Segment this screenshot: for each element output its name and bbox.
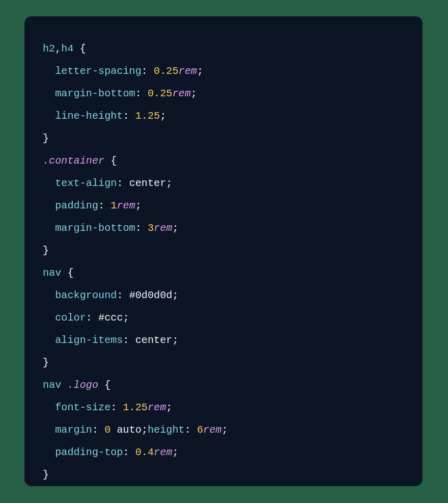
property-token: padding-top xyxy=(55,446,123,458)
property-token: height xyxy=(148,424,185,436)
property-token: letter-spacing xyxy=(55,65,142,77)
colon-token: : xyxy=(110,402,117,413)
semicolon-token: ; xyxy=(221,424,228,436)
semicolon-token: ; xyxy=(172,334,178,346)
colon-token: : xyxy=(92,424,98,436)
code-line: } xyxy=(43,357,49,368)
code-line: margin-bottom: 3rem; xyxy=(43,222,179,234)
property-token: text-align xyxy=(55,177,117,189)
code-block-card: h2,h4 { letter-spacing: 0.25rem; margin-… xyxy=(24,16,423,486)
value-token: #0d0d0d xyxy=(129,289,173,301)
unit-token: rem xyxy=(154,222,172,234)
property-token: align-items xyxy=(55,334,123,346)
property-token: padding xyxy=(55,200,98,211)
brace-open-token: { xyxy=(104,379,110,391)
semicolon-token: ; xyxy=(191,88,197,99)
property-token: margin-bottom xyxy=(55,222,135,234)
code-line: } xyxy=(43,245,49,256)
semicolon-token: ; xyxy=(135,200,142,211)
code-line: align-items: center; xyxy=(43,334,179,346)
code-line: text-align: center; xyxy=(43,177,172,189)
colon-token: : xyxy=(135,222,142,234)
code-line: padding: 1rem; xyxy=(43,200,142,211)
code-line: h2,h4 { xyxy=(43,43,86,55)
value-token: auto xyxy=(117,424,141,436)
unit-token: rem xyxy=(172,88,190,99)
value-token: #ccc xyxy=(98,312,123,324)
code-line: color: #ccc; xyxy=(43,312,129,324)
unit-token: rem xyxy=(117,200,135,211)
colon-token: : xyxy=(123,334,129,346)
colon-token: : xyxy=(117,177,123,189)
colon-token: : xyxy=(142,65,148,77)
number-token: 6 xyxy=(197,424,203,436)
brace-open-token: { xyxy=(110,155,117,167)
property-token: background xyxy=(55,289,117,301)
code-line: letter-spacing: 0.25rem; xyxy=(43,65,203,77)
code-line: line-height: 1.25; xyxy=(43,110,166,122)
semicolon-token: ; xyxy=(172,289,178,301)
unit-token: rem xyxy=(148,402,166,413)
brace-close-token: } xyxy=(43,245,49,256)
unit-token: rem xyxy=(203,424,221,436)
semicolon-token: ; xyxy=(166,177,172,189)
class-selector-token: .container xyxy=(43,155,104,167)
brace-open-token: { xyxy=(67,267,73,279)
property-token: margin-bottom xyxy=(55,88,135,99)
property-token: font-size xyxy=(55,402,110,413)
brace-close-token: } xyxy=(43,469,49,481)
number-token: 0.4 xyxy=(135,446,154,458)
code-line: margin: 0 auto;height: 6rem; xyxy=(43,424,228,436)
semicolon-token: ; xyxy=(166,402,172,413)
number-token: 1.25 xyxy=(123,402,148,413)
colon-token: : xyxy=(123,110,129,122)
number-token: 0 xyxy=(104,424,110,436)
code-line: padding-top: 0.4rem; xyxy=(43,446,179,458)
brace-open-token: { xyxy=(80,43,86,55)
colon-token: : xyxy=(86,312,92,324)
semicolon-token: ; xyxy=(197,65,203,77)
semicolon-token: ; xyxy=(160,110,166,122)
code-line: .container { xyxy=(43,155,117,167)
unit-token: rem xyxy=(154,446,172,458)
number-token: 3 xyxy=(148,222,154,234)
code-line: } xyxy=(43,133,49,144)
unit-token: rem xyxy=(179,65,197,77)
number-token: 1.25 xyxy=(135,110,160,122)
selector-token: nav xyxy=(43,267,61,279)
value-token: center xyxy=(135,334,173,346)
code-line: nav .logo { xyxy=(43,379,110,391)
semicolon-token: ; xyxy=(123,312,129,324)
colon-token: : xyxy=(123,446,129,458)
property-token: line-height xyxy=(55,110,123,122)
number-token: 1 xyxy=(110,200,117,211)
brace-close-token: } xyxy=(43,357,49,368)
selector-token: nav xyxy=(43,379,61,391)
semicolon-token: ; xyxy=(142,424,148,436)
brace-close-token: } xyxy=(43,133,49,144)
value-token: center xyxy=(129,177,166,189)
number-token: 0.25 xyxy=(154,65,178,77)
selector-token: h4 xyxy=(61,43,73,55)
code-line: margin-bottom: 0.25rem; xyxy=(43,88,197,99)
comma-token: , xyxy=(55,43,61,55)
colon-token: : xyxy=(185,424,191,436)
code-line: background: #0d0d0d; xyxy=(43,289,179,301)
colon-token: : xyxy=(135,88,142,99)
property-token: color xyxy=(55,312,86,324)
selector-token: h2 xyxy=(43,43,55,55)
property-token: margin xyxy=(55,424,92,436)
semicolon-token: ; xyxy=(172,446,178,458)
css-code-block: h2,h4 { letter-spacing: 0.25rem; margin-… xyxy=(43,38,404,486)
number-token: 0.25 xyxy=(148,88,172,99)
semicolon-token: ; xyxy=(172,222,178,234)
colon-token: : xyxy=(117,289,123,301)
code-line: font-size: 1.25rem; xyxy=(43,402,172,413)
code-line: } xyxy=(43,469,49,481)
colon-token: : xyxy=(98,200,104,211)
code-line: nav { xyxy=(43,267,74,279)
class-selector-token: .logo xyxy=(67,379,98,391)
